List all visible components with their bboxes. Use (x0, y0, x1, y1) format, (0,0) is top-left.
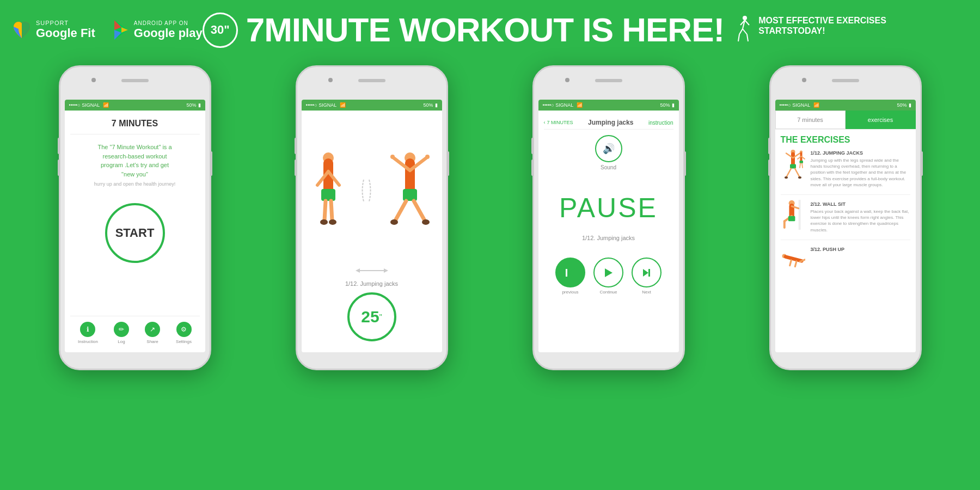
phone1-vol-down (58, 160, 60, 176)
start-button[interactable]: START (105, 203, 165, 263)
phone4-vol-up (768, 138, 770, 154)
svg-line-41 (787, 168, 791, 176)
nav-share[interactable]: ↗ Share (145, 322, 160, 344)
phone2-signal: •••••○ SIGNAL (306, 102, 337, 108)
exercise-label: 1/12. Jumping jacks (345, 280, 398, 287)
settings-label: Settings (176, 339, 192, 344)
tab-bar: 7 minutes exercises (775, 111, 916, 130)
svg-line-6 (739, 29, 743, 34)
google-fit-label: Google Fit (36, 26, 95, 40)
continue-button[interactable] (593, 258, 623, 287)
sound-control[interactable]: 🔊 Sound (595, 135, 622, 170)
prev-triangle (567, 268, 575, 277)
back-chevron: ‹ (544, 120, 546, 125)
tab-exercises[interactable]: exercises (846, 111, 916, 129)
sound-button[interactable]: 🔊 (595, 135, 622, 162)
spread-arrows (356, 265, 388, 276)
phone2-status-bar: •••••○ SIGNAL 📶 50% ▮ (302, 100, 442, 111)
svg-line-50 (800, 163, 800, 168)
svg-rect-58 (788, 216, 795, 221)
jumping-jacks-thumb (781, 149, 805, 179)
exercise-name-1: 1/12. JUMPING JACKS (811, 150, 910, 156)
svg-line-51 (802, 163, 803, 168)
exercise-info-2: 2/12. WALL SIT Places your back against … (811, 201, 910, 233)
instruction-label: Instruction (78, 339, 98, 344)
continue-wrapper: Continue (593, 258, 623, 295)
phone1-battery-icon: ▮ (198, 102, 201, 108)
exercise-thumb-1 (781, 150, 805, 177)
previous-button[interactable] (555, 258, 585, 287)
exercise-item-2: 2/12. WALL SIT Places your back against … (781, 201, 910, 240)
svg-point-20 (329, 219, 336, 225)
phone2-vol-down (295, 160, 297, 176)
runner-icon (735, 15, 754, 45)
phone3-speaker (595, 79, 622, 82)
svg-line-60 (786, 256, 802, 261)
nav-log[interactable]: ✏ Log (114, 322, 129, 344)
phone4-screen: •••••○ SIGNAL 📶 50% ▮ 7 minutes exercise… (775, 100, 916, 352)
tab-7minutes[interactable]: 7 minutes (775, 111, 846, 129)
share-icon: ↗ (145, 322, 160, 337)
continue-label: Continue (599, 290, 617, 295)
svg-rect-16 (321, 189, 335, 201)
google-fit-heart-icon (11, 19, 33, 41)
phone3-nav-header: ‹ 7 MINUTES Jumping jacks instruction (544, 116, 673, 130)
svg-rect-27 (403, 189, 417, 201)
next-button[interactable] (632, 258, 661, 287)
svg-line-62 (795, 261, 797, 267)
phone1-content: 7 MINUTES The "7 Minute Workout" is a re… (65, 111, 205, 352)
phone2-wifi: 📶 (340, 102, 346, 108)
exercise-item-1: 1/12. JUMPING JACKS Jumping up with the … (781, 150, 910, 195)
phone1-camera (91, 78, 96, 82)
exercise-info-1: 1/12. JUMPING JACKS Jumping up with the … (811, 150, 910, 188)
phone1-navigation: ℹ Instruction ✏ Log ↗ Share ⚙ Settings (70, 316, 200, 344)
phone1-battery-pct: 50% (186, 102, 196, 108)
sound-label: Sound (601, 164, 616, 170)
google-play-text-group: ANDROID APP ON Google play (134, 20, 203, 40)
previous-icon (566, 268, 575, 277)
svg-line-7 (743, 29, 747, 34)
previous-wrapper: previous (555, 258, 585, 295)
nav-instruction[interactable]: ℹ Instruction (78, 322, 98, 344)
exercise-progress: 1/12. Jumping jacks (582, 235, 635, 241)
android-label: ANDROID APP ON (134, 20, 203, 26)
figure-jump (385, 150, 434, 231)
timer-badge-text: 30" (211, 23, 230, 37)
back-label: 7 MINUTES (547, 120, 573, 125)
exercise-num-3: 3/12. (811, 247, 822, 252)
instruction-icon: ℹ (80, 322, 95, 337)
motion-arrows (358, 174, 375, 207)
log-label: Log (118, 339, 125, 344)
exercise-title-1: JUMPING JACKS (823, 150, 863, 156)
svg-line-11 (747, 34, 748, 41)
svg-point-25 (390, 155, 395, 159)
back-button[interactable]: ‹ 7 MINUTES (544, 120, 573, 125)
svg-line-42 (795, 168, 799, 176)
phone1-status-left: •••••○ SIGNAL 📶 (69, 102, 109, 108)
phone3-exercise-name: Jumping jacks (588, 119, 633, 126)
phone3-status-right: 50% ▮ (660, 102, 674, 108)
timer-badge: 30" (203, 13, 238, 48)
svg-line-28 (395, 201, 406, 220)
svg-marker-35 (384, 268, 388, 273)
log-icon: ✏ (114, 322, 129, 337)
svg-marker-34 (356, 268, 360, 273)
nav-settings[interactable]: ⚙ Settings (176, 322, 192, 344)
phone1-title: 7 MINUTES (70, 119, 200, 134)
timer-display: 25 " (347, 292, 396, 341)
skip-icon (643, 269, 650, 277)
phone3-camera (565, 78, 569, 82)
svg-rect-52 (798, 200, 800, 230)
instruction-link[interactable]: instruction (648, 120, 673, 126)
exercise-figures (309, 116, 434, 265)
timer-value: 25 (361, 308, 379, 326)
google-play-icon (112, 19, 131, 41)
phone3-power (684, 151, 686, 176)
phone4-camera (802, 78, 806, 82)
svg-point-31 (422, 219, 430, 225)
exercise-thumb-2 (781, 201, 805, 229)
phone4-vol-down (768, 160, 770, 176)
phone4-power (921, 151, 923, 176)
main-title-text: 7MINUTE WORKOUT IS HERE! (246, 13, 724, 47)
phone2-screen: •••••○ SIGNAL 📶 50% ▮ (302, 100, 442, 352)
